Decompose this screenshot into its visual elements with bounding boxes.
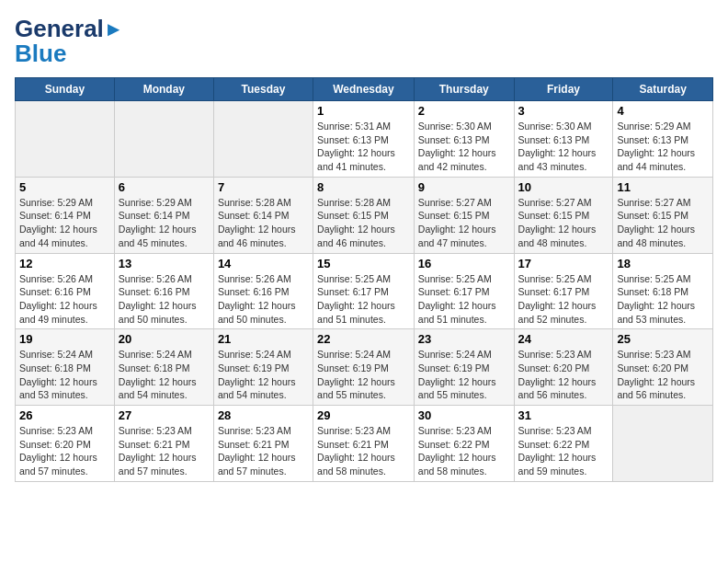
calendar-cell: 6Sunrise: 5:29 AMSunset: 6:14 PMDaylight… bbox=[114, 177, 213, 253]
day-number: 19 bbox=[19, 332, 110, 346]
day-detail: Sunrise: 5:27 AMSunset: 6:15 PMDaylight:… bbox=[418, 196, 510, 250]
calendar-cell: 2Sunrise: 5:30 AMSunset: 6:13 PMDaylight… bbox=[414, 101, 514, 178]
day-detail: Sunrise: 5:25 AMSunset: 6:18 PMDaylight:… bbox=[617, 272, 709, 327]
day-detail: Sunrise: 5:23 AMSunset: 6:22 PMDaylight:… bbox=[518, 424, 609, 478]
day-detail: Sunrise: 5:30 AMSunset: 6:13 PMDaylight:… bbox=[518, 120, 609, 174]
day-header-thursday: Thursday bbox=[414, 78, 514, 101]
calendar-cell bbox=[613, 406, 713, 482]
week-row-4: 19Sunrise: 5:24 AMSunset: 6:18 PMDayligh… bbox=[16, 329, 713, 406]
day-detail: Sunrise: 5:23 AMSunset: 6:21 PMDaylight:… bbox=[119, 424, 210, 478]
day-number: 24 bbox=[518, 332, 609, 346]
calendar-cell: 18Sunrise: 5:25 AMSunset: 6:18 PMDayligh… bbox=[613, 253, 713, 329]
calendar-cell: 25Sunrise: 5:23 AMSunset: 6:20 PMDayligh… bbox=[613, 329, 713, 406]
day-detail: Sunrise: 5:23 AMSunset: 6:21 PMDaylight:… bbox=[317, 424, 410, 478]
calendar-cell bbox=[213, 101, 313, 178]
day-number: 28 bbox=[218, 408, 309, 422]
calendar-cell: 12Sunrise: 5:26 AMSunset: 6:16 PMDayligh… bbox=[16, 253, 115, 329]
week-row-2: 5Sunrise: 5:29 AMSunset: 6:14 PMDaylight… bbox=[16, 177, 713, 253]
day-number: 13 bbox=[119, 257, 210, 270]
day-number: 5 bbox=[19, 180, 110, 194]
day-detail: Sunrise: 5:29 AMSunset: 6:14 PMDaylight:… bbox=[119, 196, 210, 250]
calendar-cell: 22Sunrise: 5:24 AMSunset: 6:19 PMDayligh… bbox=[313, 329, 415, 406]
calendar-cell: 7Sunrise: 5:28 AMSunset: 6:14 PMDaylight… bbox=[213, 177, 313, 253]
calendar-cell: 8Sunrise: 5:28 AMSunset: 6:15 PMDaylight… bbox=[313, 177, 415, 253]
day-number: 14 bbox=[218, 257, 309, 270]
day-number: 11 bbox=[617, 180, 709, 194]
day-header-sunday: Sunday bbox=[16, 78, 115, 101]
day-detail: Sunrise: 5:31 AMSunset: 6:13 PMDaylight:… bbox=[317, 120, 410, 174]
day-number: 6 bbox=[119, 180, 210, 194]
calendar-cell: 24Sunrise: 5:23 AMSunset: 6:20 PMDayligh… bbox=[514, 329, 613, 406]
calendar-cell: 16Sunrise: 5:25 AMSunset: 6:17 PMDayligh… bbox=[414, 253, 514, 329]
day-number: 9 bbox=[418, 180, 510, 194]
day-detail: Sunrise: 5:25 AMSunset: 6:17 PMDaylight:… bbox=[418, 272, 510, 327]
day-number: 30 bbox=[418, 408, 510, 422]
day-detail: Sunrise: 5:23 AMSunset: 6:20 PMDaylight:… bbox=[518, 348, 609, 402]
calendar-cell: 3Sunrise: 5:30 AMSunset: 6:13 PMDaylight… bbox=[514, 101, 613, 178]
day-number: 27 bbox=[119, 408, 210, 422]
day-detail: Sunrise: 5:26 AMSunset: 6:16 PMDaylight:… bbox=[19, 272, 110, 327]
day-detail: Sunrise: 5:23 AMSunset: 6:20 PMDaylight:… bbox=[19, 424, 110, 478]
calendar-cell: 29Sunrise: 5:23 AMSunset: 6:21 PMDayligh… bbox=[313, 406, 415, 482]
calendar-cell: 9Sunrise: 5:27 AMSunset: 6:15 PMDaylight… bbox=[414, 177, 514, 253]
day-detail: Sunrise: 5:29 AMSunset: 6:14 PMDaylight:… bbox=[19, 196, 110, 250]
day-number: 26 bbox=[19, 408, 110, 422]
week-row-3: 12Sunrise: 5:26 AMSunset: 6:16 PMDayligh… bbox=[16, 253, 713, 329]
days-header: SundayMondayTuesdayWednesdayThursdayFrid… bbox=[16, 78, 713, 101]
page-header: General ► Blue bbox=[15, 15, 713, 68]
calendar-cell: 31Sunrise: 5:23 AMSunset: 6:22 PMDayligh… bbox=[514, 406, 613, 482]
day-number: 4 bbox=[617, 104, 709, 118]
day-number: 18 bbox=[617, 257, 709, 270]
day-detail: Sunrise: 5:26 AMSunset: 6:16 PMDaylight:… bbox=[218, 272, 309, 327]
day-number: 22 bbox=[317, 332, 410, 346]
day-detail: Sunrise: 5:24 AMSunset: 6:19 PMDaylight:… bbox=[218, 348, 309, 402]
day-detail: Sunrise: 5:24 AMSunset: 6:19 PMDaylight:… bbox=[418, 348, 510, 402]
calendar-cell: 21Sunrise: 5:24 AMSunset: 6:19 PMDayligh… bbox=[213, 329, 313, 406]
day-number: 29 bbox=[317, 408, 410, 422]
calendar-cell: 14Sunrise: 5:26 AMSunset: 6:16 PMDayligh… bbox=[213, 253, 313, 329]
day-detail: Sunrise: 5:27 AMSunset: 6:15 PMDaylight:… bbox=[617, 196, 709, 250]
day-number: 15 bbox=[317, 257, 410, 270]
day-detail: Sunrise: 5:28 AMSunset: 6:15 PMDaylight:… bbox=[317, 196, 410, 250]
calendar-cell bbox=[16, 101, 115, 178]
calendar-cell: 11Sunrise: 5:27 AMSunset: 6:15 PMDayligh… bbox=[613, 177, 713, 253]
calendar-cell: 10Sunrise: 5:27 AMSunset: 6:15 PMDayligh… bbox=[514, 177, 613, 253]
calendar-table: SundayMondayTuesdayWednesdayThursdayFrid… bbox=[15, 77, 713, 482]
day-number: 23 bbox=[418, 332, 510, 346]
calendar-cell bbox=[114, 101, 213, 178]
calendar-cell: 19Sunrise: 5:24 AMSunset: 6:18 PMDayligh… bbox=[16, 329, 115, 406]
day-header-friday: Friday bbox=[514, 78, 613, 101]
day-number: 16 bbox=[418, 257, 510, 270]
day-detail: Sunrise: 5:23 AMSunset: 6:20 PMDaylight:… bbox=[617, 348, 709, 402]
calendar-cell: 20Sunrise: 5:24 AMSunset: 6:18 PMDayligh… bbox=[114, 329, 213, 406]
calendar-cell: 4Sunrise: 5:29 AMSunset: 6:13 PMDaylight… bbox=[613, 101, 713, 178]
day-detail: Sunrise: 5:27 AMSunset: 6:15 PMDaylight:… bbox=[518, 196, 609, 250]
logo-bird-icon: ► bbox=[104, 17, 124, 41]
calendar-cell: 5Sunrise: 5:29 AMSunset: 6:14 PMDaylight… bbox=[16, 177, 115, 253]
day-number: 21 bbox=[218, 332, 309, 346]
day-detail: Sunrise: 5:23 AMSunset: 6:21 PMDaylight:… bbox=[218, 424, 309, 478]
calendar-cell: 23Sunrise: 5:24 AMSunset: 6:19 PMDayligh… bbox=[414, 329, 514, 406]
day-number: 3 bbox=[518, 104, 609, 118]
week-row-5: 26Sunrise: 5:23 AMSunset: 6:20 PMDayligh… bbox=[16, 406, 713, 482]
logo: General ► Blue bbox=[15, 15, 124, 68]
day-number: 10 bbox=[518, 180, 609, 194]
day-number: 31 bbox=[518, 408, 609, 422]
day-number: 12 bbox=[19, 257, 110, 270]
day-number: 7 bbox=[218, 180, 309, 194]
calendar-cell: 28Sunrise: 5:23 AMSunset: 6:21 PMDayligh… bbox=[213, 406, 313, 482]
day-number: 17 bbox=[518, 257, 609, 270]
day-detail: Sunrise: 5:25 AMSunset: 6:17 PMDaylight:… bbox=[518, 272, 609, 327]
day-header-tuesday: Tuesday bbox=[213, 78, 313, 101]
day-detail: Sunrise: 5:23 AMSunset: 6:22 PMDaylight:… bbox=[418, 424, 510, 478]
calendar-cell: 26Sunrise: 5:23 AMSunset: 6:20 PMDayligh… bbox=[16, 406, 115, 482]
day-header-monday: Monday bbox=[114, 78, 213, 101]
calendar-cell: 13Sunrise: 5:26 AMSunset: 6:16 PMDayligh… bbox=[114, 253, 213, 329]
calendar-cell: 30Sunrise: 5:23 AMSunset: 6:22 PMDayligh… bbox=[414, 406, 514, 482]
day-number: 2 bbox=[418, 104, 510, 118]
calendar-body: 1Sunrise: 5:31 AMSunset: 6:13 PMDaylight… bbox=[16, 101, 713, 482]
day-detail: Sunrise: 5:24 AMSunset: 6:18 PMDaylight:… bbox=[19, 348, 110, 402]
calendar-cell: 15Sunrise: 5:25 AMSunset: 6:17 PMDayligh… bbox=[313, 253, 415, 329]
calendar-cell: 27Sunrise: 5:23 AMSunset: 6:21 PMDayligh… bbox=[114, 406, 213, 482]
day-detail: Sunrise: 5:25 AMSunset: 6:17 PMDaylight:… bbox=[317, 272, 410, 327]
